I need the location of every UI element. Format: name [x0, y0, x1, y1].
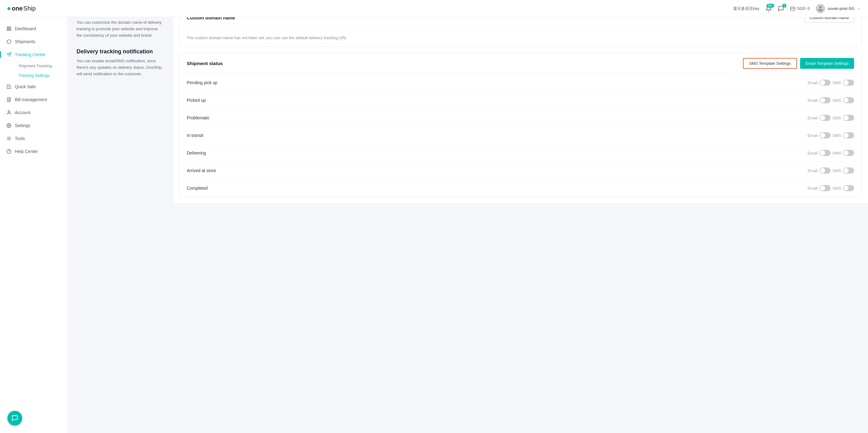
sms-toggle-picked-up[interactable]: [843, 97, 854, 103]
sms-label-delivering: SMS: [833, 151, 841, 156]
sidebar-item-dashboard[interactable]: Dashboard: [0, 22, 68, 35]
toggle-group-completed: Email SMS: [807, 185, 854, 191]
logo-one: one: [12, 5, 23, 12]
sms-toggle-arrived-at-store[interactable]: [843, 167, 854, 174]
avatar: [816, 4, 825, 13]
sms-toggle-completed[interactable]: [843, 185, 854, 191]
custom-domain-desc: You can customize the domain name of del…: [76, 20, 164, 38]
delivery-tracking-title: Delivery tracking notification: [76, 48, 164, 55]
email-toggle-pending-pickup[interactable]: [819, 79, 831, 86]
right-panel: Custom domain name Custom domain name Th…: [173, 0, 868, 203]
sidebar-subitem-shipment-tracking[interactable]: Shipment Tracking: [15, 61, 68, 71]
sms-template-settings-button[interactable]: SMS Template Settings: [743, 58, 797, 69]
sms-toggle-delivering[interactable]: [843, 150, 854, 156]
email-label-in-transit: Email: [807, 133, 818, 138]
sms-toggle-problematic[interactable]: [843, 115, 854, 121]
notification-bell[interactable]: 99+: [766, 5, 772, 12]
svg-rect-4: [9, 27, 11, 28]
toggle-group-arrived-at-store: Email SMS: [807, 167, 854, 174]
left-panel: Custom domain name You can customize the…: [68, 0, 173, 203]
custom-domain-body: The custom domain name has not been set,…: [179, 29, 862, 46]
sms-label-in-transit: SMS: [833, 133, 841, 138]
message-icon[interactable]: 1: [778, 5, 784, 12]
gear-icon: [6, 123, 12, 128]
email-toggle-arrived-at-store[interactable]: [819, 167, 831, 174]
sidebar-item-settings[interactable]: Settings: [0, 119, 68, 132]
grid-icon: [6, 26, 12, 31]
logo-dot: [7, 7, 10, 10]
status-label-arrived-at-store: Arrived at store: [187, 168, 801, 173]
tag-icon: [6, 84, 12, 90]
custom-domain-description: The custom domain name has not been set,…: [187, 35, 854, 40]
status-label-in-transit: In transit: [187, 133, 801, 138]
svg-rect-6: [7, 29, 9, 31]
help-icon: [6, 148, 12, 154]
box-icon: [6, 39, 12, 44]
status-row-problematic: Problematic Email SMS: [179, 109, 862, 127]
sidebar-item-tools[interactable]: Tools: [0, 132, 68, 145]
sidebar-subitem-tracking-settings[interactable]: Tracking Settings: [15, 71, 68, 80]
svg-rect-0: [790, 7, 795, 10]
sidebar-item-label: Account: [15, 110, 31, 115]
sidebar-item-help-center[interactable]: Help Center: [0, 145, 68, 158]
email-toggle-problematic[interactable]: [819, 115, 831, 121]
sidebar-item-quick-sale[interactable]: Quick Sale: [0, 80, 68, 93]
status-row-arrived-at-store: Arrived at store Email SMS: [179, 162, 862, 179]
sidebar-item-label: Settings: [15, 123, 31, 128]
bill-icon: [6, 97, 12, 102]
sms-toggle-in-transit[interactable]: [843, 132, 854, 138]
email-label-completed: Email: [807, 186, 818, 191]
currency-display: SGD 0: [790, 6, 810, 11]
notif-badge: 99+: [767, 4, 774, 8]
email-template-settings-button[interactable]: Email Template Settings: [800, 58, 854, 69]
sms-label-pending-pickup: SMS: [833, 80, 841, 85]
logo: oneShip: [7, 5, 36, 12]
status-row-picked-up: Picked up Email SMS: [179, 92, 862, 109]
sidebar-item-label: Help Center: [15, 149, 38, 154]
app-header: oneShip 显示多语言key 99+ 1 SGD 0: [0, 0, 868, 17]
status-label-completed: Completed: [187, 186, 801, 191]
email-toggle-picked-up[interactable]: [819, 97, 831, 103]
status-label-problematic: Problematic: [187, 115, 801, 120]
user-icon: [6, 110, 12, 115]
status-row-pending-pickup: Pending pick up Email SMS: [179, 74, 862, 92]
message-badge: 1: [782, 4, 786, 8]
sidebar-item-bill-management[interactable]: Bill management: [0, 93, 68, 106]
template-buttons: SMS Template Settings Email Template Set…: [743, 58, 854, 69]
sms-label-picked-up: SMS: [833, 98, 841, 103]
delivery-tracking-desc: You can enable email/SMS notification, o…: [76, 58, 164, 77]
sms-toggle-pending-pickup[interactable]: [843, 79, 854, 86]
shipment-status-label: Shipment status: [187, 61, 223, 66]
toggle-group-problematic: Email SMS: [807, 115, 854, 121]
sms-label-completed: SMS: [833, 186, 841, 191]
email-toggle-in-transit[interactable]: [819, 132, 831, 138]
sms-label-problematic: SMS: [833, 115, 841, 120]
sidebar-item-label: Bill management: [15, 97, 47, 102]
sidebar-item-label: Dashboard: [15, 26, 36, 31]
sidebar: Dashboard Shipments Tracking Center Ship…: [0, 17, 68, 203]
sidebar-item-account[interactable]: Account: [0, 106, 68, 119]
tracking-center-submenu: Shipment Tracking Tracking Settings: [0, 61, 68, 80]
svg-point-11: [8, 111, 9, 112]
status-label-pending-pickup: Pending pick up: [187, 80, 801, 85]
sidebar-item-label: Tracking Center: [15, 52, 45, 57]
location-icon: [6, 52, 12, 57]
email-label-delivering: Email: [807, 151, 818, 156]
email-toggle-delivering[interactable]: [819, 150, 831, 156]
svg-point-2: [819, 6, 822, 8]
lang-button[interactable]: 显示多语言key: [733, 6, 760, 11]
toggle-group-delivering: Email SMS: [807, 150, 854, 156]
logo-ship: Ship: [24, 5, 36, 12]
sidebar-item-shipments[interactable]: Shipments: [0, 35, 68, 48]
sidebar-item-tracking-center[interactable]: Tracking Center: [0, 48, 68, 61]
currency-label: SGD: [797, 6, 806, 11]
svg-rect-5: [9, 29, 11, 31]
svg-rect-3: [7, 27, 9, 28]
tools-icon: [6, 136, 12, 141]
email-toggle-completed[interactable]: [819, 185, 831, 191]
status-row-completed: Completed Email SMS: [179, 179, 862, 197]
status-label-delivering: Delivering: [187, 151, 801, 156]
svg-point-12: [8, 125, 9, 126]
active-indicator: [0, 51, 1, 58]
user-menu[interactable]: suvan-post-SG: [816, 4, 861, 13]
